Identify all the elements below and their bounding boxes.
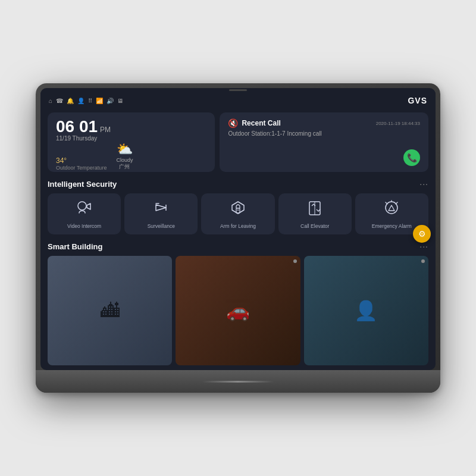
security-title: Intelligent Security [48, 180, 117, 189]
card-2-indicator [293, 259, 297, 263]
phone-answer-icon: 📞 [407, 153, 417, 162]
security-item-surveillance[interactable]: Surveillance [124, 193, 198, 234]
emergency-alarm-label: Emergency Alarm [372, 223, 412, 230]
building-icon-1: 🏙 [101, 300, 120, 322]
call-elevator-icon [306, 199, 323, 218]
call-elevator-label: Call Elevator [300, 223, 329, 230]
security-item-call-elevator[interactable]: Call Elevator [278, 193, 352, 234]
svg-point-5 [237, 209, 239, 211]
notch-dot [229, 89, 247, 91]
grid-icon: ⠿ [88, 98, 92, 104]
security-item-emergency-alarm[interactable]: Emergency Alarm ⚙ [355, 193, 428, 234]
svg-point-0 [78, 202, 86, 210]
security-grid: Video Intercom Surveillance [48, 193, 428, 234]
top-widgets-row: 06 01 PM 11/19 Thursday 34° Outdoor Temp… [48, 112, 428, 172]
video-intercom-icon [76, 199, 93, 218]
emergency-alarm-icon [383, 199, 400, 218]
weather-bottom: 34° Outdoor Temperature ⛅ Cloudy 广州 [56, 142, 206, 171]
brand-logo: GVS [408, 96, 427, 105]
wifi-icon: 📶 [96, 98, 103, 104]
cloud-icon: ⛅ [117, 142, 133, 157]
building-section-header: Smart Building ··· [48, 242, 428, 251]
security-section-header: Intelligent Security ··· [48, 179, 428, 189]
surveillance-label: Surveillance [148, 223, 175, 230]
building-more-button[interactable]: ··· [419, 242, 428, 251]
call-description: Outdoor Station:1-1-7 Incoming call [228, 130, 420, 137]
cloud-label: Cloudy [116, 157, 133, 163]
arm-leaving-label: Arm for Leaving [220, 223, 256, 230]
notch-bar [40, 88, 436, 92]
date-line: 11/19 Thursday [56, 135, 206, 142]
clock-time: 06 01 [56, 118, 98, 135]
screen: ⌂ ☎ 🔔 👤 ⠿ 📶 🔊 🖥 GVS 06 01 [40, 88, 436, 370]
person-icon: 👤 [77, 98, 84, 104]
call-header: 🔇 Recent Call 2020-11-19 18:44:33 [228, 118, 420, 128]
security-item-video-intercom[interactable]: Video Intercom [48, 193, 121, 234]
weather-widget: 06 01 PM 11/19 Thursday 34° Outdoor Temp… [48, 112, 215, 172]
weather-temp-info: 34° Outdoor Temperature [56, 156, 107, 171]
bell-icon: 🔔 [67, 98, 74, 104]
security-more-button[interactable]: ··· [419, 179, 428, 189]
video-intercom-label: Video Intercom [67, 223, 101, 230]
time-display: 06 01 PM [56, 118, 206, 135]
building-icon-2: 🚗 [226, 299, 250, 322]
arm-leaving-icon [230, 199, 246, 218]
surveillance-icon [153, 199, 170, 218]
status-icons: ⌂ ☎ 🔔 👤 ⠿ 📶 🔊 🖥 [49, 98, 123, 104]
weather-cloud: ⛅ Cloudy 广州 [116, 142, 133, 171]
monitor-icon: 🖥 [117, 98, 123, 104]
clock-ampm: PM [100, 126, 111, 134]
temperature-value: 34° [56, 156, 107, 165]
building-card-3-bg: 👤 [304, 256, 428, 365]
building-card-1-bg: 🏙 [48, 256, 172, 365]
answer-call-button[interactable]: 📞 [403, 149, 420, 166]
main-content: 06 01 PM 11/19 Thursday 34° Outdoor Temp… [40, 108, 436, 370]
building-card-2[interactable]: 🚗 [176, 256, 300, 365]
tablet-device: ⌂ ☎ 🔔 👤 ⠿ 📶 🔊 🖥 GVS 06 01 [36, 83, 440, 393]
card-3-indicator [421, 259, 425, 263]
home-icon: ⌂ [49, 98, 52, 104]
settings-gear-icon: ⚙ [418, 229, 426, 239]
security-item-arm-for-leaving[interactable]: Arm for Leaving [201, 193, 274, 234]
svg-marker-1 [156, 205, 166, 211]
building-card-3[interactable]: 👤 [304, 256, 428, 365]
city-label: 广州 [119, 163, 130, 171]
call-title: Recent Call [242, 119, 280, 127]
building-icon-3: 👤 [354, 299, 378, 322]
building-card-1[interactable]: 🏙 [48, 256, 172, 365]
temperature-label: Outdoor Temperature [56, 165, 107, 171]
settings-fab-button[interactable]: ⚙ [413, 225, 431, 243]
sound-icon: 🔊 [107, 98, 114, 104]
building-title: Smart Building [48, 242, 102, 251]
phone-icon: ☎ [56, 98, 63, 104]
call-widget: 🔇 Recent Call 2020-11-19 18:44:33 Outdoo… [220, 112, 428, 172]
call-timestamp: 2020-11-19 18:44:33 [376, 121, 420, 126]
building-grid: 🏙 🚗 👤 [48, 256, 428, 365]
svg-point-8 [386, 202, 397, 214]
tablet-base [36, 370, 440, 393]
base-line [202, 381, 274, 383]
mute-icon: 🔇 [228, 118, 238, 128]
status-bar: ⌂ ☎ 🔔 👤 ⠿ 📶 🔊 🖥 GVS [40, 92, 436, 108]
building-card-2-bg: 🚗 [176, 256, 300, 365]
